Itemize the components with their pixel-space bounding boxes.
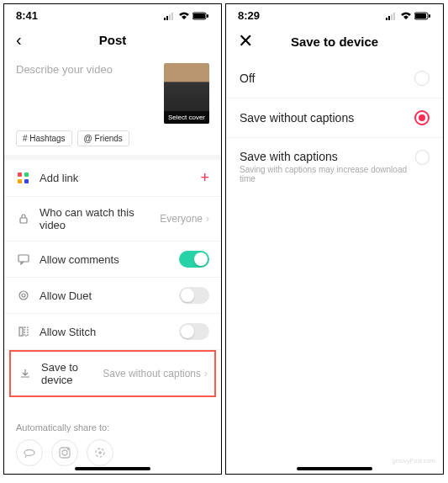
radio-without[interactable] [414,110,430,125]
comments-row: Allow comments [4,242,221,278]
stitch-row: Allow Stitch [4,314,221,350]
comment-icon [16,253,31,265]
lock-icon [16,213,31,225]
duet-row: Allow Duet [4,278,221,314]
time: 8:41 [16,9,38,22]
time: 8:29 [238,9,260,22]
radio-off[interactable] [414,71,430,86]
download-icon [18,368,33,380]
hashtags-button[interactable]: # Hashtags [16,130,72,146]
svg-point-14 [62,450,67,455]
status-bar: 8:41 [4,4,221,24]
svg-point-15 [68,449,69,450]
option-off[interactable]: Off [226,59,443,98]
friends-button[interactable]: @ Friends [77,130,129,146]
privacy-row[interactable]: Who can watch this video Everyone › [4,197,221,242]
share-instagram-icon[interactable] [51,439,78,466]
duet-label: Allow Duet [40,289,179,302]
option-with-captions[interactable]: Save with captions Saving with captions … [226,138,443,195]
share-message-icon[interactable] [16,439,43,466]
chevron-right-icon: › [204,368,208,380]
svg-rect-24 [429,14,430,18]
svg-rect-18 [386,18,387,20]
save-options-screen: 8:29 ✕ Save to device Off Save without c… [225,3,444,475]
status-bar: 8:29 [226,4,443,24]
addlink-icon [16,172,31,184]
save-value: Save without captions [103,368,201,380]
svg-rect-3 [171,13,173,20]
status-icons [386,12,431,20]
home-indicator [75,467,150,470]
save-to-device-row[interactable]: Save to device Save without captions › [11,352,214,395]
svg-rect-5 [193,13,205,19]
save-label: Save to device [41,361,103,386]
svg-rect-12 [24,327,28,336]
select-cover-button[interactable]: Select cover [164,111,209,124]
post-screen: 8:41 ‹ Post Describe your video Select c… [3,3,222,475]
svg-rect-2 [169,14,171,20]
svg-rect-7 [20,218,27,223]
add-link-row[interactable]: Add link + [4,160,221,197]
option-without-label: Save without captions [240,111,354,125]
privacy-label: Who can watch this video [40,206,160,231]
share-label: Automatically share to: [16,422,209,433]
svg-rect-23 [415,13,426,19]
stitch-label: Allow Stitch [40,326,179,338]
option-with-caption: Saving with captions may increase downlo… [240,165,415,183]
share-stories-icon[interactable] [87,439,113,466]
privacy-value: Everyone [160,213,203,225]
svg-rect-21 [393,13,395,20]
nav-header: ✕ Save to device [226,24,443,59]
save-to-device-highlight: Save to device Save without captions › [9,350,216,397]
video-thumbnail[interactable]: Select cover [164,63,209,124]
svg-point-9 [19,291,28,300]
duet-icon [16,289,31,301]
svg-rect-1 [166,16,168,20]
watermark: groovyPost.com [393,458,435,464]
option-with-label: Save with captions [240,150,415,163]
svg-rect-19 [388,16,390,20]
caption-input[interactable]: Describe your video [16,63,157,124]
back-button[interactable]: ‹ [16,30,36,50]
chevron-right-icon: › [206,213,209,225]
svg-point-10 [22,294,25,297]
svg-rect-11 [19,327,23,336]
status-icons [164,12,209,20]
svg-rect-6 [207,14,208,18]
duet-toggle[interactable] [179,287,209,304]
plus-icon: + [200,169,209,187]
option-without-captions[interactable]: Save without captions [226,98,443,138]
stitch-icon [16,326,31,337]
add-link-label: Add link [40,172,200,184]
svg-rect-0 [164,18,166,20]
comments-label: Allow comments [40,253,179,266]
page-title: Post [99,33,127,47]
close-button[interactable]: ✕ [238,30,258,52]
page-title: Save to device [291,34,378,49]
option-off-label: Off [240,72,255,85]
home-indicator [297,467,372,470]
stitch-toggle[interactable] [179,323,209,340]
comments-toggle[interactable] [179,251,209,268]
svg-rect-8 [18,255,29,262]
radio-with[interactable] [415,150,430,165]
nav-header: ‹ Post [4,24,221,56]
svg-rect-20 [391,14,393,20]
